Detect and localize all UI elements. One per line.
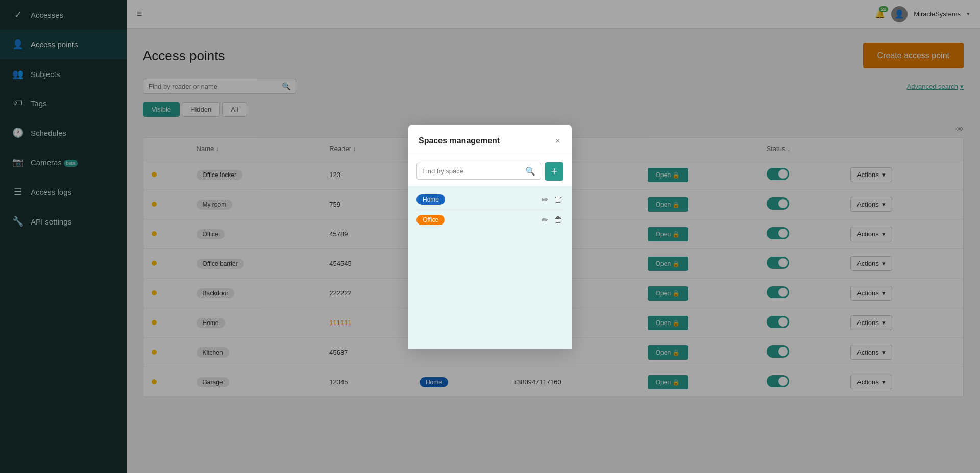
modal-search-input[interactable] <box>422 167 525 175</box>
modal-close-button[interactable]: × <box>554 135 561 147</box>
space-row-actions: ✏ 🗑 <box>541 194 564 206</box>
spaces-management-modal: Spaces management × 🔍 + Home ✏ 🗑 Office … <box>408 125 572 349</box>
modal-title: Spaces management <box>419 136 500 145</box>
modal-space-row: Office ✏ 🗑 <box>416 210 564 230</box>
modal-search-icon: 🔍 <box>525 166 535 176</box>
modal-search-row: 🔍 + <box>408 155 572 186</box>
modal-header: Spaces management × <box>408 125 572 155</box>
modal-space-badge: Home <box>416 194 541 205</box>
modal-overlay[interactable]: Spaces management × 🔍 + Home ✏ 🗑 Office … <box>0 0 980 473</box>
delete-space-button[interactable]: 🗑 <box>553 214 564 226</box>
modal-space-row: Home ✏ 🗑 <box>416 190 564 210</box>
modal-add-space-button[interactable]: + <box>545 162 564 181</box>
modal-space-badge: Office <box>416 215 541 225</box>
delete-space-button[interactable]: 🗑 <box>553 194 564 206</box>
modal-body: Home ✏ 🗑 Office ✏ 🗑 <box>408 186 572 349</box>
space-row-actions: ✏ 🗑 <box>541 214 564 226</box>
space-label: Office <box>416 215 445 225</box>
modal-search-box: 🔍 <box>416 163 541 180</box>
edit-space-button[interactable]: ✏ <box>541 214 549 226</box>
edit-space-button[interactable]: ✏ <box>541 194 549 206</box>
space-label: Home <box>416 194 445 205</box>
